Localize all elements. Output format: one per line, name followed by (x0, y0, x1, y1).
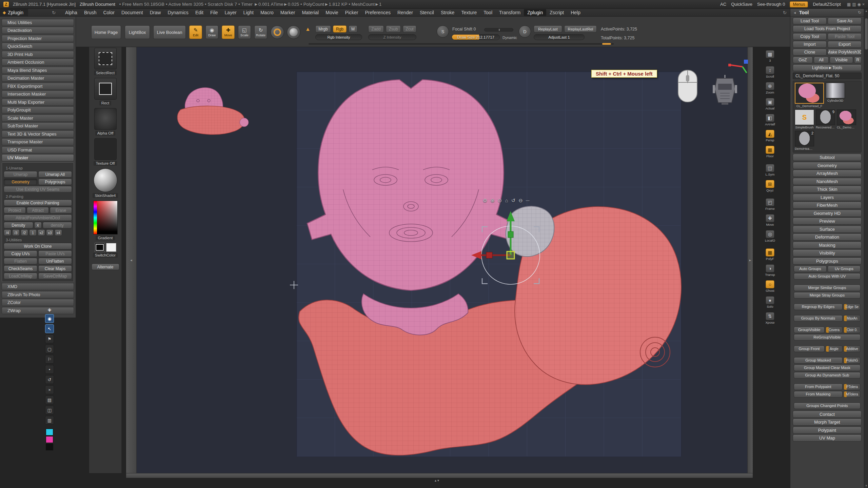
pg-ptolera-button[interactable]: PTolera (844, 384, 861, 390)
uvm-1-button[interactable]: 1 (29, 229, 37, 236)
zplugin-item-usd-format[interactable]: USD Format (2, 146, 74, 154)
pg-edge-se-button[interactable]: Edge Se (844, 304, 861, 310)
color-swatch-2[interactable] (46, 444, 53, 450)
uvm-flatten-button[interactable]: Flatten (4, 258, 37, 264)
panel-grid-icon[interactable]: ▥ (852, 2, 856, 7)
rect-icon[interactable]: ▢ (45, 345, 54, 353)
uvm-enable-control-painting-button[interactable]: Enable Control Painting (4, 200, 72, 206)
zplugin-item-maya-blend-shapes[interactable]: Maya Blend Shapes (2, 67, 74, 74)
pg-maxan-button[interactable]: MaxAn (844, 315, 861, 322)
tool-section-visibility[interactable]: Visibility (793, 249, 862, 257)
canvas-render[interactable] (126, 47, 753, 473)
menu-item-alpha[interactable]: Alpha (62, 9, 81, 16)
tag-icon[interactable]: ⚑ (45, 334, 54, 343)
tool-section-surface[interactable]: Surface (793, 226, 862, 233)
gizmo-add-icon[interactable]: ⊕ (490, 198, 495, 204)
menu-item-marker[interactable]: Marker (277, 9, 299, 16)
tool-thumb-cl-demohead-f[interactable]: CL_DemoHead_F (837, 109, 856, 129)
menu-refresh-icon[interactable]: ↻ (783, 10, 787, 15)
zplugin-item-uv-master[interactable]: UV Master (2, 154, 74, 161)
color-swatch-1[interactable] (46, 436, 53, 443)
live-boolean-button[interactable]: Live Boolean (153, 25, 186, 39)
pg-groups-changed-points-button[interactable]: Groups Changed Points (794, 403, 861, 409)
menu-item-picker[interactable]: Picker (342, 9, 362, 16)
tool-section-geometry-hd[interactable]: Geometry HD (793, 210, 862, 217)
uvm-density-button[interactable]: Density (4, 222, 33, 228)
pg-group-as-dynamesh-sub-button[interactable]: Group As Dynamesh Sub (794, 372, 861, 379)
tool-section-arraymesh[interactable]: ArrayMesh (793, 170, 862, 177)
pg-auto-groups-button[interactable]: Auto Groups (794, 266, 827, 272)
layout-grid-icon[interactable]: ▦ (847, 2, 851, 7)
tray-scrollbar[interactable]: ▲ ▼ (864, 9, 868, 488)
right-shelf-scroll[interactable]: ↕Scroll (765, 66, 775, 78)
current-tool-name[interactable]: CL_DemoHead_Flat. 50 (793, 73, 862, 79)
tool-clone-button[interactable]: Clone (793, 49, 827, 56)
zplugin-item-polygroupit[interactable]: PolyGroupIt (2, 106, 74, 114)
bottom-tray-divider[interactable] (126, 473, 753, 478)
right-shelf-local[interactable]: ◎LocalO (765, 230, 775, 242)
right-shelf-spix[interactable]: ▩3 (765, 50, 775, 62)
quicksave-button[interactable]: QuickSave (731, 2, 752, 7)
uvm-4-button[interactable]: /4 (4, 229, 11, 236)
clipboard-icon[interactable]: ▥ (45, 416, 54, 425)
tool-section-subtool[interactable]: Subtool (793, 154, 862, 161)
right-tray-divider[interactable]: ► (747, 47, 753, 473)
uvm-x4-button[interactable]: x4 (55, 229, 62, 236)
left-tray-divider[interactable]: ◄ (126, 47, 137, 473)
menu-item-material[interactable]: Material (298, 9, 322, 16)
menu-item-render[interactable]: Render (394, 9, 416, 16)
gizmo-unlock-icon[interactable]: ⊖ (518, 198, 523, 204)
uvm-attract-button[interactable]: Attract (27, 207, 49, 214)
tool-section-thick-skin[interactable]: Thick Skin (793, 186, 862, 193)
zplugin-item-fbx-exportimport[interactable]: FBX ExportImport (2, 83, 74, 90)
tool-section-masking[interactable]: Masking (793, 242, 862, 249)
pg-polishg-button[interactable]: PolishG (844, 357, 861, 364)
uvm-x3-button[interactable]: x3 (46, 229, 54, 236)
zplugin-item-decimation-master[interactable]: Decimation Master (2, 75, 74, 82)
tool-export-button[interactable]: Export (828, 41, 862, 48)
zplugin-item-transpose-master[interactable]: Transpose Master (2, 138, 74, 145)
current-texture-thumbnail[interactable] (94, 138, 117, 160)
tool-goz-button[interactable]: GoZ (793, 57, 813, 63)
right-shelf-frame[interactable]: ◰Frame (765, 198, 775, 210)
menu-item-zscript[interactable]: Zscript (546, 9, 567, 16)
mode-scale-button[interactable]: ◱Scale (238, 25, 251, 39)
undo-icon[interactable]: ↺ (45, 375, 54, 384)
delete-icon[interactable]: × (45, 385, 54, 394)
current-alpha-thumbnail[interactable] (94, 108, 117, 130)
menu-item-edit[interactable]: Edit (192, 9, 207, 16)
menu-item-light[interactable]: Light (240, 9, 257, 16)
right-shelf-transp[interactable]: ◑Transp (765, 264, 775, 277)
pg-clstr-0-button[interactable]: Clstr 0. (844, 327, 861, 333)
menu-item-transform[interactable]: Transform (496, 9, 524, 16)
secondary-color-swatch[interactable] (106, 243, 116, 252)
right-shelf-aahalf[interactable]: ◧AAHalf (765, 114, 775, 126)
menu-item-stencil[interactable]: Stencil (416, 9, 437, 16)
main-color-swatch[interactable] (95, 243, 105, 252)
m-button[interactable]: M (349, 25, 357, 33)
menu-item-dynamics[interactable]: Dynamics (164, 9, 192, 16)
uvm-paste-uvs-button[interactable]: Paste UVs (38, 250, 72, 257)
current-brush-thumbnail[interactable] (94, 48, 117, 69)
tool-thumb-simplebrush[interactable]: SSimpleBrush (795, 109, 814, 129)
right-shelf-move[interactable]: ✚Move (765, 214, 775, 226)
tool-r-button[interactable]: R (854, 57, 862, 63)
cursor-icon[interactable]: ↖ (45, 324, 54, 333)
uvm-2-button[interactable]: /2 (21, 229, 28, 236)
pg-from-polypaint-button[interactable]: From Polypaint (794, 384, 843, 390)
uvm-loadctrlmap-button[interactable]: LoadCtrlMap (4, 273, 37, 279)
current-material-thumbnail[interactable] (94, 168, 117, 192)
tool-thumb-recovered-tool[interactable]: 9Recovered_Tool (816, 109, 835, 129)
zadd-button[interactable]: Zadd (368, 25, 384, 33)
saturation-square[interactable] (97, 201, 117, 234)
zplugin-item-multi-map-exporter[interactable]: Multi Map Exporter (2, 99, 74, 106)
gizmo-home-icon[interactable]: ⌂ (505, 198, 508, 204)
scroll-up-icon[interactable]: ▲ (864, 9, 868, 13)
color-swatch-0[interactable] (46, 429, 53, 435)
tool-load-tool-button[interactable]: Load Tool (793, 18, 827, 24)
adjust-last-slider[interactable]: AdjustLast 1 (534, 34, 585, 40)
menu-item-texture[interactable]: Texture (458, 9, 480, 16)
tool-make-polymesh3d-button[interactable]: Make PolyMesh3D (828, 49, 862, 56)
zplugin-item-misc-utilities[interactable]: Misc Utilities (2, 19, 74, 26)
document-canvas[interactable]: ◄ ► Shift + Ctrl + Mouse left ⚙⊕⊙⌂↺⊖─ (126, 47, 753, 473)
